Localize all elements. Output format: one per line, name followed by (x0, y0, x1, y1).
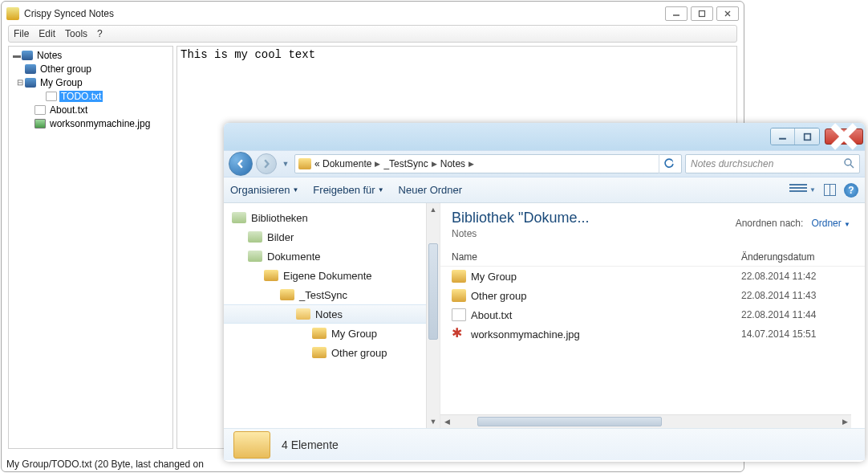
explorer-nav-tree[interactable]: Bibliotheken Bilder Dokumente Eigene Dok… (224, 203, 440, 428)
file-icon (46, 92, 57, 101)
scroll-up-icon[interactable]: ▲ (427, 203, 440, 216)
list-icon (789, 184, 807, 197)
menu-edit[interactable]: Edit (34, 28, 60, 39)
library-subtitle: Notes (452, 228, 854, 239)
search-input[interactable]: Notes durchsuchen (685, 154, 860, 173)
scroll-right-icon[interactable]: ▶ (838, 415, 851, 428)
explorer-toolbar: Organisieren ▼ Freigeben für ▼ Neuer Ord… (224, 177, 865, 203)
folder-icon (22, 51, 33, 60)
column-headers[interactable]: Name Änderungsdatum (440, 247, 865, 267)
scrollbar-thumb[interactable] (428, 243, 438, 340)
menu-help[interactable]: ? (92, 28, 107, 39)
svg-rect-3 (804, 133, 810, 140)
tree-root[interactable]: ▬ Notes (9, 48, 172, 62)
horizontal-scrollbar[interactable]: ◀ ▶ (440, 414, 851, 428)
share-button[interactable]: Freigeben für ▼ (313, 184, 383, 196)
folder-icon (233, 431, 270, 459)
search-icon (843, 157, 854, 171)
preview-pane-button[interactable] (824, 184, 836, 196)
statusbar: My Group/TODO.txt (20 Byte, last changed… (6, 459, 204, 470)
tree-item[interactable]: Other group (9, 62, 172, 75)
arrange-by-link[interactable]: Ordner ▼ (811, 218, 850, 229)
nav-tree-item[interactable]: Dokumente (224, 247, 440, 266)
file-row[interactable]: Other group 22.08.2014 11:43 (440, 286, 865, 305)
vertical-scrollbar[interactable]: ▲ ▼ (426, 203, 440, 428)
scrollbar-thumb[interactable] (477, 417, 662, 426)
view-mode-button[interactable]: ▼ (789, 184, 816, 197)
breadcrumb[interactable]: « Dokumente ▶ _TestSync ▶ Notes ▶ (294, 154, 682, 173)
column-name[interactable]: Name (452, 251, 741, 263)
svg-line-5 (850, 165, 854, 168)
folder-icon (312, 347, 327, 358)
chevron-right-icon: ▶ (375, 160, 380, 168)
tree-item[interactable]: worksonmymachine.jpg (9, 116, 172, 130)
breadcrumb-item[interactable]: Notes (440, 158, 465, 169)
app-icon (6, 7, 19, 20)
file-row[interactable]: worksonmymachine.jpg 14.07.2014 15:51 (440, 324, 865, 344)
folder-icon (25, 64, 36, 74)
close-button[interactable] (716, 6, 739, 21)
library-icon (232, 212, 246, 223)
maximize-button[interactable] (691, 6, 713, 21)
arrange-by: Anordnen nach: Ordner ▼ (736, 218, 850, 229)
refresh-icon[interactable] (659, 154, 678, 173)
explorer-titlebar[interactable] (224, 123, 865, 150)
collapse-icon[interactable]: ▬ (12, 51, 22, 59)
file-icon (34, 105, 46, 115)
app-titlebar[interactable]: Crispy Synced Notes (2, 2, 744, 25)
folder-icon (452, 289, 466, 302)
library-icon (248, 251, 262, 262)
collapse-icon[interactable]: ⊟ (15, 78, 25, 87)
nav-tree-item[interactable]: Eigene Dokumente (224, 266, 440, 285)
svg-rect-1 (700, 10, 705, 16)
library-title: Bibliothek "Dokume... (452, 210, 660, 226)
image-file-icon (452, 328, 466, 340)
explorer-statusbar: 4 Elemente (224, 428, 865, 460)
close-button[interactable] (825, 128, 863, 145)
app-title: Crispy Synced Notes (24, 8, 662, 19)
nav-tree-item-selected[interactable]: Notes (224, 304, 440, 324)
explorer-file-pane: Bibliothek "Dokume... Notes Anordnen nac… (440, 203, 865, 428)
help-button[interactable]: ? (844, 183, 858, 198)
notes-tree[interactable]: ▬ Notes Other group ⊟ My Group TODO.txt … (8, 46, 173, 449)
folder-icon (25, 78, 36, 88)
column-date[interactable]: Änderungsdatum (741, 251, 854, 263)
menubar: File Edit Tools ? (8, 25, 737, 43)
tree-item[interactable]: About.txt (9, 103, 172, 116)
folder-open-icon (296, 308, 310, 320)
nav-tree-item[interactable]: Bilder (224, 227, 440, 247)
file-row[interactable]: My Group 22.08.2014 11:42 (440, 267, 865, 286)
file-row[interactable]: About.txt 22.08.2014 11:44 (440, 305, 865, 324)
nav-tree-item[interactable]: My Group (224, 324, 440, 343)
breadcrumb-item[interactable]: _TestSync (383, 158, 428, 169)
text-file-icon (452, 308, 466, 321)
folder-icon (280, 289, 294, 300)
minimize-button[interactable] (665, 6, 688, 21)
maximize-button[interactable] (795, 128, 819, 145)
breadcrumb-item[interactable]: Dokumente (322, 158, 371, 169)
nav-tree-item[interactable]: _TestSync (224, 285, 440, 304)
menu-file[interactable]: File (9, 28, 34, 39)
scroll-down-icon[interactable]: ▼ (427, 415, 440, 428)
nav-tree-item[interactable]: Other group (224, 343, 440, 362)
tree-item-selected[interactable]: TODO.txt (9, 89, 172, 103)
chevron-right-icon: ▶ (432, 160, 437, 168)
folder-icon (298, 158, 311, 169)
history-dropdown[interactable]: ▼ (280, 155, 291, 173)
folder-icon (264, 270, 278, 281)
tree-item[interactable]: ⊟ My Group (9, 75, 172, 89)
forward-button[interactable] (256, 153, 277, 174)
folder-icon (452, 270, 466, 283)
back-button[interactable] (229, 152, 253, 176)
organize-button[interactable]: Organisieren ▼ (230, 184, 298, 196)
explorer-nav: ▼ « Dokumente ▶ _TestSync ▶ Notes ▶ Note… (224, 150, 865, 177)
scroll-left-icon[interactable]: ◀ (440, 415, 453, 428)
image-icon (34, 119, 46, 128)
nav-tree-item[interactable]: Bibliotheken (224, 208, 440, 227)
menu-tools[interactable]: Tools (60, 28, 92, 39)
new-folder-button[interactable]: Neuer Ordner (399, 184, 462, 196)
folder-icon (312, 328, 327, 339)
explorer-window: ▼ « Dokumente ▶ _TestSync ▶ Notes ▶ Note… (224, 123, 865, 462)
minimize-button[interactable] (771, 128, 795, 145)
svg-point-4 (845, 159, 851, 165)
